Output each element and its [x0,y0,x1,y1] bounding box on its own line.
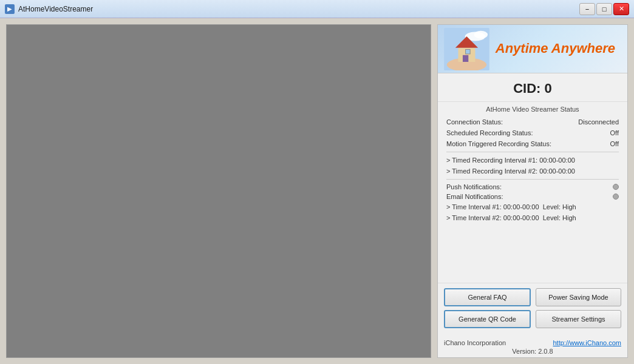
close-button[interactable]: ✕ [613,3,629,15]
email-label: Email Notifications: [446,193,503,200]
window-title: AtHomeVideoStreamer [18,5,579,13]
banner: Anytime Anywhere [438,25,627,73]
svg-rect-6 [463,55,468,62]
maximize-button[interactable]: □ [596,3,612,15]
scheduled-value: Off [610,129,619,136]
time-interval-1-row: > Time Interval #1: 00:00-00:00 Level: H… [446,201,619,212]
btn-row-2: Generate QR Code Streamer Settings [444,310,621,328]
window-controls: − □ ✕ [579,3,629,15]
time1-value: 00:00-00:00 [503,203,539,211]
time1-label: > Time Interval #1: [446,203,502,211]
email-led [613,194,619,200]
time2-label: > Time Interval #2: [446,214,502,221]
time2-value: 00:00-00:00 [503,214,539,221]
push-notif-row: Push Notifications: [446,182,619,192]
power-saving-button[interactable]: Power Saving Mode [536,288,621,306]
status-area: AtHome Video Streamer Status Connection … [438,102,627,283]
version-area: Version: 2.0.8 [438,348,627,357]
timed2-value: 00:00-00:00 [539,167,575,175]
scheduled-status-row: Scheduled Recording Status: Off [446,127,619,138]
scheduled-label: Scheduled Recording Status: [446,129,533,136]
time-interval-2-row: > Time Interval #2: 00:00-00:00 Level: H… [446,212,619,223]
banner-house-image [444,28,489,70]
buttons-area: General FAQ Power Saving Mode Generate Q… [438,283,627,337]
settings-button[interactable]: Streamer Settings [536,310,621,328]
connection-status-row: Connection Status: Disconnected [446,116,619,127]
company-link[interactable]: http://www.iChano.com [553,339,622,346]
main-content: Anytime Anywhere CID: 0 AtHome Video Str… [0,18,634,364]
right-panel: Anytime Anywhere CID: 0 AtHome Video Str… [437,24,628,358]
motion-status-row: Motion Triggered Recording Status: Off [446,138,619,149]
banner-title: Anytime Anywhere [496,41,615,56]
company-name: iChano Incorporation [444,339,506,346]
motion-label: Motion Triggered Recording Status: [446,140,551,147]
svg-rect-7 [466,49,470,53]
minimize-button[interactable]: − [579,3,595,15]
app-icon: ▶ [5,4,15,14]
email-notif-row: Email Notifications: [446,192,619,201]
connection-label: Connection Status: [446,118,503,126]
svg-point-2 [474,31,488,39]
connection-value: Disconnected [578,118,619,126]
push-led [613,184,619,190]
version-text: Version: 2.0.8 [512,348,553,355]
time1-level: Level: High [543,203,576,211]
cid-display: CID: 0 [438,73,627,102]
cid-value: CID: 0 [513,81,552,96]
motion-value: Off [610,140,619,147]
timed-interval-2-row: > Timed Recording Interval #2: 00:00-00:… [446,166,619,177]
title-bar: ▶ AtHomeVideoStreamer − □ ✕ [0,0,634,18]
video-panel [6,24,431,358]
timed2-label: > Timed Recording Interval #2: [446,167,537,175]
qr-code-button[interactable]: Generate QR Code [444,310,531,328]
faq-button[interactable]: General FAQ [444,288,531,306]
btn-row-1: General FAQ Power Saving Mode [444,288,621,306]
timed1-value: 00:00-00:00 [539,157,575,164]
divider-1 [446,152,619,152]
push-label: Push Notifications: [446,183,502,190]
divider-2 [446,179,619,180]
timed-interval-1-row: > Timed Recording Interval #1: 00:00-00:… [446,155,619,166]
timed1-label: > Timed Recording Interval #1: [446,157,537,164]
time2-level: Level: High [543,214,576,221]
footer-area: iChano Incorporation http://www.iChano.c… [438,337,627,348]
status-title: AtHome Video Streamer Status [446,106,619,113]
